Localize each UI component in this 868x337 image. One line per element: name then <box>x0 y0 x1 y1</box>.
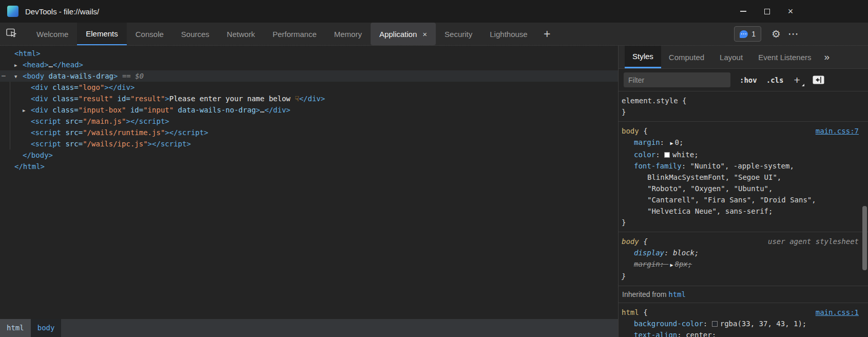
tab-label: Console <box>136 30 164 39</box>
color-swatch[interactable] <box>712 321 718 327</box>
code-token: "result" <box>130 95 165 103</box>
css-value-wrap[interactable]: "Helvetica Neue", sans-serif; <box>619 205 868 217</box>
tab-label: Elements <box>86 29 118 38</box>
breadcrumb-item-body[interactable]: body <box>31 319 62 337</box>
rule-close-brace[interactable]: } <box>619 217 868 228</box>
sidebar-tab-label: Layout <box>720 53 743 62</box>
tree-row-script-main[interactable]: <script src="/main.js"></script> <box>0 116 618 127</box>
rule-selector-row[interactable]: body {main.css:7 <box>619 125 868 137</box>
maximize-button[interactable] <box>755 0 779 23</box>
expand-arrow-icon[interactable]: ▼ <box>14 71 23 82</box>
rule-close-brace[interactable]: } <box>619 106 868 118</box>
issues-counter-button[interactable]: 1 <box>734 26 761 42</box>
tab-overflow-button[interactable]: » <box>819 46 835 68</box>
css-declaration-margin-overridden[interactable]: margin: ▶8px; <box>619 258 868 271</box>
rule-selector-row[interactable]: element.style { <box>619 95 868 106</box>
tab-application[interactable]: Application× <box>371 23 436 45</box>
tree-row-head[interactable]: ▶<head>…</head> <box>0 59 618 70</box>
expand-value-icon[interactable]: ▶ <box>668 262 674 268</box>
breadcrumb-item-html[interactable]: html <box>0 319 31 337</box>
issues-count: 1 <box>751 30 756 38</box>
sidebar-tab-styles[interactable]: Styles <box>625 46 661 68</box>
tree-row-html[interactable]: <html> <box>0 48 618 59</box>
expand-arrow-icon[interactable]: ▶ <box>23 105 31 116</box>
css-declaration-display[interactable]: display: block; <box>619 247 868 258</box>
tree-row-div-input-box[interactable]: ▶<div class="input-box" id="input" data-… <box>0 104 618 116</box>
close-tab-icon[interactable]: × <box>422 30 427 39</box>
tab-label: Security <box>445 30 472 39</box>
devtools-app-icon <box>7 6 18 17</box>
toggle-pseudo-state-button[interactable]: :hov <box>740 76 757 84</box>
tab-welcome[interactable]: Welcome <box>28 23 77 45</box>
tab-lighthouse[interactable]: Lighthouse <box>481 23 536 45</box>
toggle-computed-sidebar-button[interactable] <box>813 76 824 84</box>
code-token: class= <box>48 83 79 91</box>
more-menu-button[interactable]: ⋯ <box>785 23 802 45</box>
tab-elements[interactable]: Elements <box>77 23 127 45</box>
expand-arrow-icon[interactable]: ▶ <box>14 60 23 71</box>
expand-value-icon[interactable]: ▶ <box>668 140 674 146</box>
tree-row-html-close[interactable]: </html> <box>0 161 618 172</box>
tree-row-body[interactable]: ⋯▼<body data-wails-drag> == $0 <box>0 70 618 82</box>
sidebar-tab-label: Computed <box>669 53 704 62</box>
css-value-wrap[interactable]: "Cantarell", "Fira Sans", "Droid Sans", <box>619 194 868 205</box>
inspect-element-button[interactable] <box>0 23 24 45</box>
rule-selector-row[interactable]: body {user agent stylesheet <box>619 236 868 247</box>
tree-row-script-ipc[interactable]: <script src="/wails/ipc.js"></script> <box>0 138 618 149</box>
node-menu-dots[interactable]: ⋯ <box>2 70 6 82</box>
code-token: : <box>677 331 686 337</box>
inherited-from-header: Inherited from html <box>619 286 868 303</box>
tab-security[interactable]: Security <box>436 23 481 45</box>
scrollbar-thumb[interactable] <box>862 206 867 270</box>
tree-row-div-result[interactable]: <div class="result" id="result">Please e… <box>0 93 618 104</box>
tab-memory[interactable]: Memory <box>325 23 371 45</box>
inherited-node-link[interactable]: html <box>668 290 686 298</box>
code-token: > <box>126 117 130 125</box>
css-declaration-background-color[interactable]: background-color: rgba(33, 37, 43, 1); <box>619 318 868 329</box>
settings-button[interactable]: ⚙ <box>767 23 785 45</box>
css-declaration-clipped[interactable]: text-align: center; <box>619 329 868 337</box>
code-token: "logo" <box>79 83 105 91</box>
color-swatch[interactable] <box>664 152 670 158</box>
tab-network[interactable]: Network <box>218 23 264 45</box>
stylesheet-link[interactable]: main.css:7 <box>816 125 859 137</box>
code-token: "/main.js" <box>83 117 126 125</box>
tabbar-right-cluster: 1 ⚙ ⋯ <box>734 23 868 45</box>
css-declaration-margin[interactable]: margin: ▶0; <box>619 137 868 149</box>
rule-selector-row[interactable]: html {main.css:1 <box>619 307 868 318</box>
main-tabs: WelcomeElementsConsoleSourcesNetworkPerf… <box>28 23 536 45</box>
css-declaration-color[interactable]: color: white; <box>619 149 868 160</box>
sidebar-tab-computed[interactable]: Computed <box>661 46 712 68</box>
sidebar-tab-layout[interactable]: Layout <box>712 46 750 68</box>
code-token: class= <box>48 95 79 103</box>
rule-close-brace[interactable]: } <box>619 271 868 282</box>
code-token: <div <box>31 95 48 103</box>
styles-filter-input[interactable] <box>624 72 730 87</box>
css-value-wrap[interactable]: "Roboto", "Oxygen", "Ubuntu", <box>619 183 868 194</box>
toggle-element-classes-button[interactable]: .cls <box>766 76 784 84</box>
code-token: font-family <box>634 162 682 170</box>
code-token: rgba(33, 37, 43, 1); <box>720 320 807 328</box>
tree-row-script-runtime[interactable]: <script src="/wails/runtime.js"></script… <box>0 127 618 138</box>
stylesheet-link[interactable]: main.css:1 <box>816 307 859 318</box>
code-token: </body> <box>23 151 53 159</box>
sidebar-tab-event-listeners[interactable]: Event Listeners <box>750 46 819 68</box>
tab-performance[interactable]: Performance <box>264 23 325 45</box>
tree-row-body-close[interactable]: </body> <box>0 149 618 161</box>
minimize-button[interactable] <box>731 0 755 23</box>
code-token: data-wails-drag <box>44 72 113 80</box>
dom-breadcrumb: htmlbody <box>0 319 618 337</box>
window-title: DevTools - file://wails/ <box>25 7 99 16</box>
code-token: <script <box>31 128 61 137</box>
code-token: "Nunito", -apple-system, <box>690 162 794 170</box>
tab-console[interactable]: Console <box>127 23 172 45</box>
add-tab-button[interactable]: + <box>536 23 558 45</box>
code-token: display <box>634 249 664 257</box>
close-button[interactable]: × <box>779 0 802 23</box>
new-style-rule-button[interactable]: + <box>794 74 800 86</box>
code-token: : <box>660 260 669 268</box>
css-value-wrap[interactable]: BlinkMacSystemFont, "Segoe UI", <box>619 172 868 183</box>
css-declaration-font-family[interactable]: font-family: "Nunito", -apple-system, <box>619 160 868 172</box>
tab-sources[interactable]: Sources <box>172 23 218 45</box>
tree-row-div-logo[interactable]: <div class="logo"></div> <box>0 82 618 93</box>
